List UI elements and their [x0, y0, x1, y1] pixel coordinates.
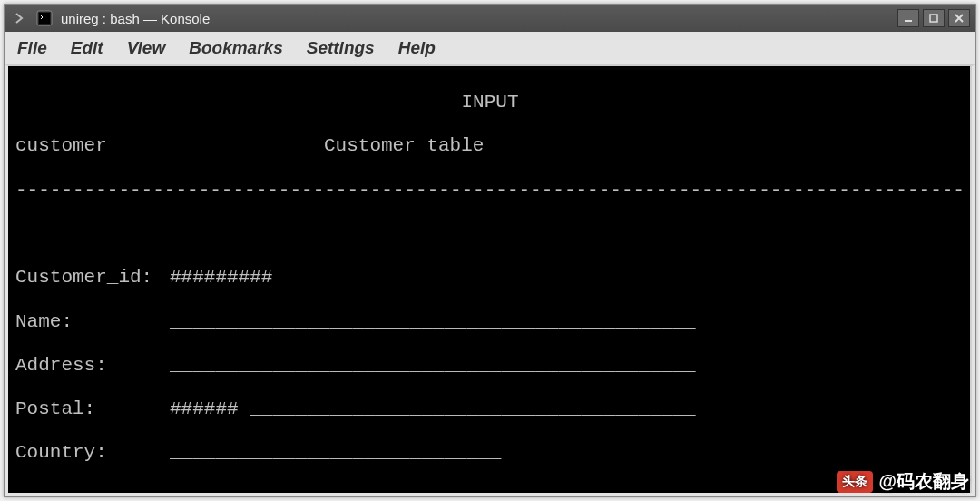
row-country: Country:_____________________________ [15, 442, 965, 464]
value-name: ________________________________________… [170, 311, 696, 333]
watermark: 头条 @码农翻身 [837, 469, 969, 494]
label-name: Name: [15, 311, 170, 333]
label-customer-id: Customer_id: [15, 267, 170, 289]
menu-file[interactable]: File [14, 36, 51, 60]
table-description: Customer table [324, 135, 484, 157]
value-customer-id: ######### [170, 267, 272, 289]
window-controls [897, 9, 970, 27]
watermark-badge: 头条 [837, 471, 873, 493]
blank-line [15, 486, 965, 496]
form-title: INPUT [461, 92, 518, 113]
table-name: customer [15, 135, 324, 157]
menu-help[interactable]: Help [395, 36, 439, 60]
menu-bookmarks[interactable]: Bookmarks [185, 36, 287, 60]
row-address: Address:________________________________… [15, 355, 965, 377]
blank-line [15, 223, 965, 245]
watermark-text: @码农翻身 [878, 469, 969, 494]
menu-edit[interactable]: Edit [67, 36, 107, 60]
row-name: Name:___________________________________… [15, 311, 965, 333]
terminal-view[interactable]: INPUT customerCustomer table -----------… [5, 64, 975, 496]
svg-rect-1 [39, 13, 50, 24]
svg-rect-3 [930, 15, 937, 22]
divider-top: ----------------------------------------… [15, 180, 965, 201]
maximize-button[interactable] [923, 9, 945, 27]
titlebar-left: unireg : bash — Konsole [10, 9, 897, 27]
scrollbar[interactable] [970, 66, 975, 493]
close-button[interactable] [948, 9, 970, 27]
value-postal: ###### _________________________________… [170, 398, 696, 420]
konsole-window: unireg : bash — Konsole File Edit View B… [4, 4, 976, 497]
label-address: Address: [15, 355, 170, 377]
label-country: Country: [15, 442, 170, 464]
row-postal: Postal:###### __________________________… [15, 398, 965, 420]
window-title: unireg : bash — Konsole [61, 11, 210, 26]
app-icon [35, 9, 54, 27]
minimize-button[interactable] [897, 9, 919, 27]
menu-settings[interactable]: Settings [303, 36, 378, 60]
row-customer-id: Customer_id:######### [15, 267, 965, 289]
value-country: _____________________________ [170, 442, 501, 464]
menu-view[interactable]: View [123, 36, 170, 60]
value-address: ________________________________________… [170, 355, 696, 377]
menubar: File Edit View Bookmarks Settings Help [5, 32, 975, 64]
nav-back-icon[interactable] [10, 9, 28, 27]
label-postal: Postal: [15, 398, 170, 420]
titlebar: unireg : bash — Konsole [5, 5, 975, 32]
